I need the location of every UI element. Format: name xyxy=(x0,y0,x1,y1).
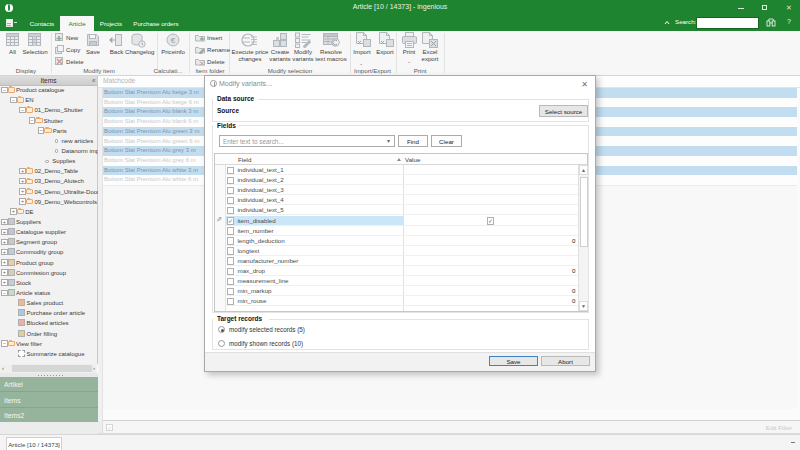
svg-text:€: € xyxy=(171,36,176,45)
